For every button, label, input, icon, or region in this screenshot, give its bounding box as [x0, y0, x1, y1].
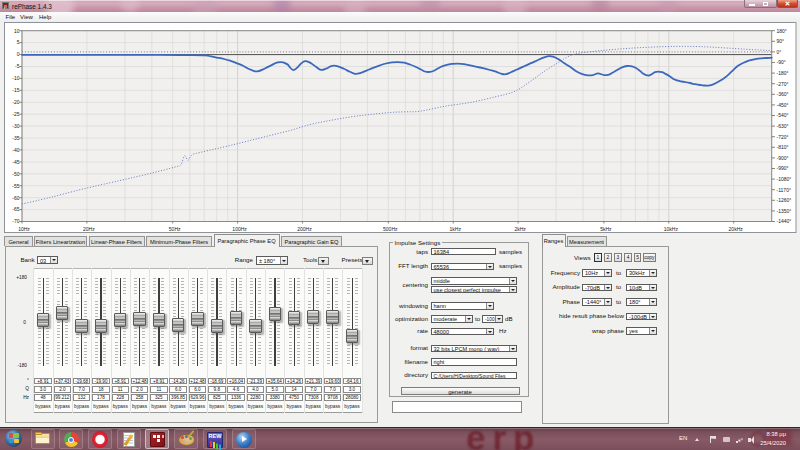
svg-text:-540°: -540° [777, 112, 789, 118]
svg-text:-20: -20 [12, 99, 19, 105]
svg-text:10kHz: 10kHz [664, 226, 679, 232]
svg-text:2kHz: 2kHz [514, 226, 526, 232]
svg-text:-30: -30 [12, 123, 19, 129]
svg-text:-15: -15 [12, 87, 19, 93]
svg-text:-900°: -900° [777, 155, 789, 161]
svg-text:-180°: -180° [777, 70, 789, 76]
svg-text:-65: -65 [12, 206, 19, 212]
svg-text:-55: -55 [12, 183, 19, 189]
svg-text:-10: -10 [12, 75, 19, 81]
svg-text:5kHz: 5kHz [600, 226, 612, 232]
svg-text:50Hz: 50Hz [169, 226, 181, 232]
svg-text:200Hz: 200Hz [297, 226, 312, 232]
svg-text:-450°: -450° [777, 102, 789, 108]
svg-text:-5: -5 [15, 63, 20, 69]
svg-text:-810°: -810° [777, 144, 789, 150]
svg-text:-270°: -270° [777, 81, 789, 87]
svg-text:-1440°: -1440° [777, 218, 792, 224]
svg-text:20kHz: 20kHz [729, 226, 744, 232]
svg-text:10: 10 [14, 28, 20, 34]
svg-text:-1260°: -1260° [777, 197, 792, 203]
svg-text:-25: -25 [12, 111, 19, 117]
svg-text:-40: -40 [12, 147, 19, 153]
svg-text:20Hz: 20Hz [83, 226, 95, 232]
svg-text:100Hz: 100Hz [232, 226, 247, 232]
svg-text:-1170°: -1170° [777, 187, 791, 193]
svg-text:0°: 0° [777, 49, 782, 55]
svg-text:180°: 180° [777, 28, 787, 34]
svg-text:-630°: -630° [777, 123, 789, 129]
svg-text:-1350°: -1350° [777, 208, 792, 214]
svg-text:-90°: -90° [777, 59, 786, 65]
svg-text:-35: -35 [12, 135, 19, 141]
svg-text:0: 0 [17, 51, 20, 57]
svg-text:5: 5 [17, 39, 20, 45]
svg-text:10Hz: 10Hz [18, 226, 30, 232]
svg-text:90°: 90° [777, 38, 785, 44]
svg-text:-360°: -360° [777, 91, 789, 97]
svg-text:-990°: -990° [777, 165, 789, 171]
svg-text:-60: -60 [12, 195, 19, 201]
svg-text:-50: -50 [12, 171, 19, 177]
svg-text:-1080°: -1080° [777, 176, 792, 182]
svg-text:-45: -45 [12, 159, 19, 165]
svg-text:-720°: -720° [777, 134, 789, 140]
svg-text:-70: -70 [12, 218, 19, 224]
svg-text:1kHz: 1kHz [449, 226, 461, 232]
svg-text:500Hz: 500Hz [383, 226, 398, 232]
